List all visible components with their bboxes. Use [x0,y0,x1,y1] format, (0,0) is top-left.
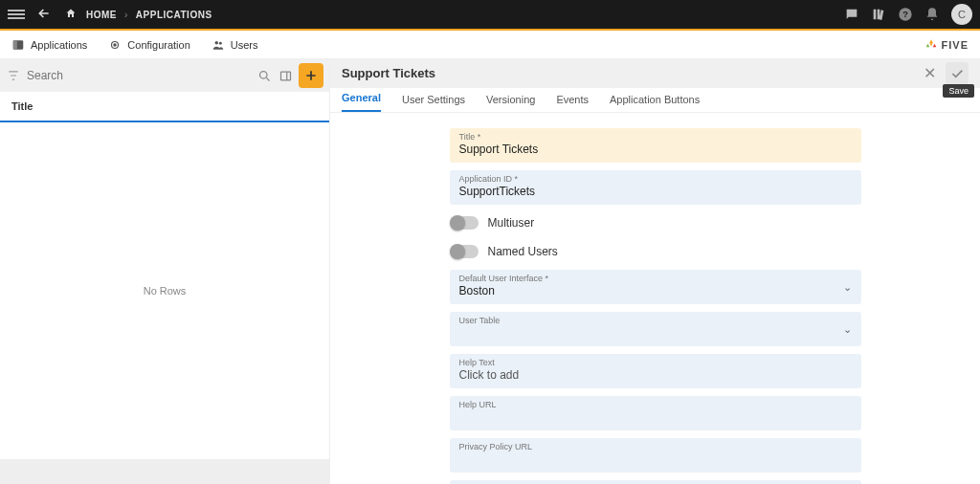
sidebar: Title No Rows [0,59,330,484]
default-ui-value: Boston [459,284,852,298]
help-text-label: Help Text [459,358,852,367]
tab-versioning[interactable]: Versioning [486,94,535,112]
detail-panel: Support Tickets ✕ General User Settings … [330,59,980,484]
title-label: Title * [459,132,852,142]
avatar[interactable]: C [951,4,972,25]
back-button[interactable] [36,6,52,24]
list-body: No Rows [0,122,329,459]
tab-events[interactable]: Events [556,94,589,112]
library-icon[interactable] [871,7,886,22]
tab-general[interactable]: General [342,92,381,112]
title-field[interactable]: Title * Support Tickets [450,128,861,163]
appid-label: Application ID * [459,174,852,184]
user-table-label: User Table [459,316,852,325]
nav-applications[interactable]: Applications [11,38,87,52]
search-input[interactable] [27,69,251,82]
help-url-field[interactable]: Help URL [450,396,861,430]
named-users-toggle[interactable] [452,245,479,258]
tab-application-buttons[interactable]: Application Buttons [610,94,700,112]
privacy-url-value [459,452,852,467]
nav-users-label: Users [231,39,258,51]
nav-configuration[interactable]: Configuration [108,38,189,52]
search-row [0,59,329,92]
named-users-label: Named Users [488,245,558,258]
empty-state-text: No Rows [144,285,187,297]
svg-rect-9 [280,72,290,80]
add-button[interactable] [299,63,323,88]
title-value: Support Tickets [459,143,852,157]
appid-value: SupportTickets [459,185,852,199]
detail-header: Support Tickets ✕ [330,59,980,88]
close-icon[interactable]: ✕ [924,64,936,82]
dock-icon[interactable] [278,68,293,83]
save-button[interactable] [946,62,969,85]
search-icon[interactable] [256,68,272,83]
menu-icon[interactable] [8,8,25,21]
nav-configuration-label: Configuration [127,39,189,51]
avatar-initial: C [958,9,966,20]
page-title: Support Tickets [342,66,435,80]
home-icon[interactable] [65,8,77,22]
svg-text:?: ? [902,10,908,19]
save-tooltip: Save [943,84,974,98]
tabs: General User Settings Versioning Events … [330,88,980,114]
help-text-field[interactable]: Help Text Click to add [450,354,861,388]
main: Title No Rows Support Tickets ✕ General … [0,59,980,484]
default-ui-label: Default User Interface * [459,274,852,283]
breadcrumb-current[interactable]: APPLICATIONS [136,10,212,20]
form: Title * Support Tickets Application ID *… [330,113,980,484]
help-url-value [459,410,852,425]
breadcrumb-home[interactable]: HOME [86,10,117,20]
privacy-url-label: Privacy Policy URL [459,442,852,451]
nav-applications-label: Applications [31,39,87,51]
privacy-url-field[interactable]: Privacy Policy URL [450,438,861,473]
top-bar: HOME › APPLICATIONS ? C [0,0,980,29]
chevron-right-icon: › [124,10,128,20]
svg-point-6 [214,40,218,44]
multiuser-row: Multiuser [450,212,861,233]
filter-icon[interactable] [6,68,21,83]
default-ui-field[interactable]: Default User Interface * Boston ⌄ [450,270,861,304]
chat-icon[interactable] [844,7,859,22]
named-users-row: Named Users [450,241,861,262]
user-table-field[interactable]: User Table ⌄ [450,312,861,346]
help-icon[interactable]: ? [898,7,913,22]
help-url-label: Help URL [459,400,852,409]
svg-point-8 [259,71,267,78]
multiuser-toggle[interactable] [452,216,479,230]
list-footer [0,459,329,484]
multiuser-label: Multiuser [488,216,535,230]
nav-users[interactable]: Users [212,38,258,52]
appid-field[interactable]: Application ID * SupportTickets [450,170,861,205]
svg-point-7 [219,41,222,44]
help-text-value: Click to add [459,368,852,383]
tab-user-settings[interactable]: User Settings [402,94,465,112]
brand-text: FIVE [942,39,969,51]
list-column-title[interactable]: Title [0,92,329,122]
breadcrumb: HOME › APPLICATIONS [65,8,212,22]
svg-point-5 [114,43,116,45]
bell-icon[interactable] [924,7,940,22]
brand-logo: FIVE [924,38,969,52]
license-field[interactable]: License Agreement Click to add [450,480,861,484]
secondary-nav: Applications Configuration Users FIVE [0,31,980,59]
svg-rect-3 [13,40,17,49]
user-table-value [459,326,852,341]
